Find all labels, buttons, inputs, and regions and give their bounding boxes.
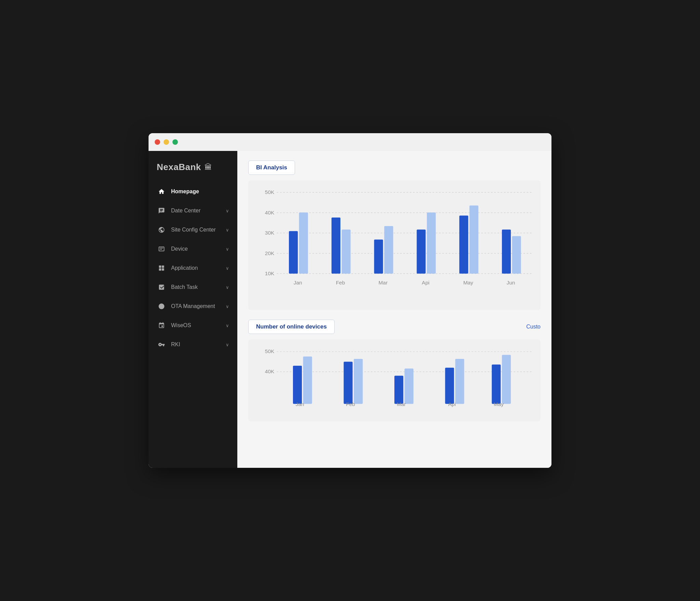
svg-text:Mar: Mar [378, 280, 388, 285]
chevron-down-icon: ∨ [226, 208, 229, 213]
online-devices-button[interactable]: Number of online devices [248, 320, 335, 334]
bi-analysis-svg: 50K 40K 30K 20K 10K Jan [256, 188, 532, 305]
svg-text:30K: 30K [265, 230, 274, 236]
svg-text:Jun: Jun [507, 280, 515, 285]
bi-analysis-chart: 50K 40K 30K 20K 10K Jan [256, 188, 532, 305]
sidebar-item-label-device: Device [171, 246, 226, 252]
svg-text:May: May [494, 401, 504, 407]
chevron-down-icon: ∨ [226, 247, 229, 252]
traffic-light-yellow[interactable] [164, 139, 169, 145]
svg-rect-25 [417, 229, 425, 274]
sidebar-item-label-rki: RKI [171, 341, 226, 348]
online-devices-header: Number of online devices Custo [248, 320, 541, 334]
svg-text:May: May [463, 280, 474, 285]
svg-text:50K: 50K [265, 349, 275, 354]
sidebar-item-label-homepage: Homepage [171, 188, 229, 195]
svg-rect-1 [160, 249, 162, 250]
online-devices-chart: 50K 40K Jan Feb Mar [256, 348, 532, 416]
app-layout: NexaBank 🏛 Homepage Date Center ∨ [149, 151, 551, 468]
svg-text:Jan: Jan [296, 401, 304, 407]
batch-task-icon [157, 282, 166, 292]
application-icon [157, 263, 166, 273]
sidebar-item-site-config[interactable]: Site Config Center ∨ [149, 220, 237, 239]
svg-rect-48 [455, 359, 464, 404]
sidebar-item-wiseos[interactable]: WiseOS ∨ [149, 316, 237, 335]
chevron-down-icon: ∨ [226, 227, 229, 233]
svg-rect-29 [470, 206, 478, 274]
svg-rect-44 [394, 376, 403, 404]
globe-icon [157, 225, 166, 235]
bank-icon: 🏛 [205, 163, 212, 172]
svg-rect-16 [289, 231, 298, 274]
sidebar-item-label-application: Application [171, 265, 226, 271]
svg-text:Api: Api [448, 401, 456, 407]
svg-rect-47 [445, 368, 454, 404]
online-devices-chart-container: 50K 40K Jan Feb Mar [248, 339, 541, 421]
device-icon [157, 244, 166, 254]
sidebar-item-label-date-center: Date Center [171, 208, 226, 214]
sidebar-item-homepage[interactable]: Homepage [149, 182, 237, 201]
sidebar: NexaBank 🏛 Homepage Date Center ∨ [149, 151, 237, 468]
sidebar-logo: NexaBank 🏛 [149, 159, 237, 182]
chevron-down-icon: ∨ [226, 323, 229, 328]
bi-analysis-chart-container: 50K 40K 30K 20K 10K Jan [248, 180, 541, 310]
ota-icon [157, 302, 166, 311]
chevron-down-icon: ∨ [226, 266, 229, 271]
svg-rect-3 [162, 266, 164, 268]
svg-rect-22 [374, 240, 383, 274]
svg-rect-26 [427, 212, 436, 274]
svg-rect-51 [502, 355, 511, 404]
svg-rect-41 [344, 362, 352, 404]
sidebar-item-date-center[interactable]: Date Center ∨ [149, 201, 237, 220]
customize-link[interactable]: Custo [526, 324, 541, 330]
svg-text:Feb: Feb [336, 280, 345, 285]
chevron-down-icon: ∨ [226, 342, 229, 347]
svg-rect-4 [159, 268, 162, 271]
sidebar-item-batch-task[interactable]: Batch Task ∨ [149, 278, 237, 297]
sidebar-item-device[interactable]: Device ∨ [149, 239, 237, 258]
traffic-light-red[interactable] [155, 139, 160, 145]
main-content: BI Analysis 50K 40K 30K [237, 151, 551, 468]
svg-text:20K: 20K [265, 250, 274, 256]
browser-titlebar [149, 133, 551, 151]
svg-rect-17 [299, 212, 308, 274]
svg-text:50K: 50K [265, 189, 274, 195]
chevron-down-icon: ∨ [226, 285, 229, 290]
svg-rect-23 [384, 226, 393, 274]
svg-text:Api: Api [422, 280, 429, 285]
sidebar-item-label-ota: OTA Management [171, 303, 226, 309]
browser-window: NexaBank 🏛 Homepage Date Center ∨ [149, 133, 551, 468]
svg-text:40K: 40K [265, 210, 274, 215]
online-devices-svg: 50K 40K Jan Feb Mar [256, 348, 532, 416]
sidebar-item-rki[interactable]: RKI ∨ [149, 335, 237, 354]
sidebar-item-label-site-config: Site Config Center [171, 227, 226, 233]
bi-analysis-button[interactable]: BI Analysis [248, 160, 295, 175]
wiseos-icon [157, 321, 166, 330]
svg-rect-45 [405, 368, 414, 404]
svg-text:10K: 10K [265, 270, 274, 276]
svg-text:Feb: Feb [346, 401, 355, 407]
key-icon [157, 340, 166, 349]
bi-analysis-header: BI Analysis [248, 160, 541, 175]
svg-text:Jan: Jan [294, 280, 302, 285]
svg-text:Mar: Mar [397, 401, 406, 407]
svg-rect-39 [303, 357, 312, 404]
chevron-down-icon: ∨ [226, 304, 229, 309]
chat-icon [157, 206, 166, 215]
svg-rect-5 [162, 268, 164, 271]
sidebar-item-application[interactable]: Application ∨ [149, 258, 237, 278]
home-icon [157, 187, 166, 196]
svg-rect-32 [512, 236, 521, 274]
svg-rect-20 [342, 229, 351, 274]
sidebar-item-ota-management[interactable]: OTA Management ∨ [149, 297, 237, 316]
sidebar-item-label-batch-task: Batch Task [171, 284, 226, 290]
svg-text:40K: 40K [265, 368, 275, 374]
svg-rect-28 [459, 215, 468, 274]
logo-text: NexaBank [157, 162, 201, 172]
svg-rect-38 [293, 366, 302, 404]
svg-rect-0 [160, 248, 163, 249]
svg-rect-2 [159, 266, 162, 268]
svg-rect-42 [354, 359, 363, 404]
traffic-light-green[interactable] [172, 139, 178, 145]
svg-rect-31 [502, 229, 511, 274]
